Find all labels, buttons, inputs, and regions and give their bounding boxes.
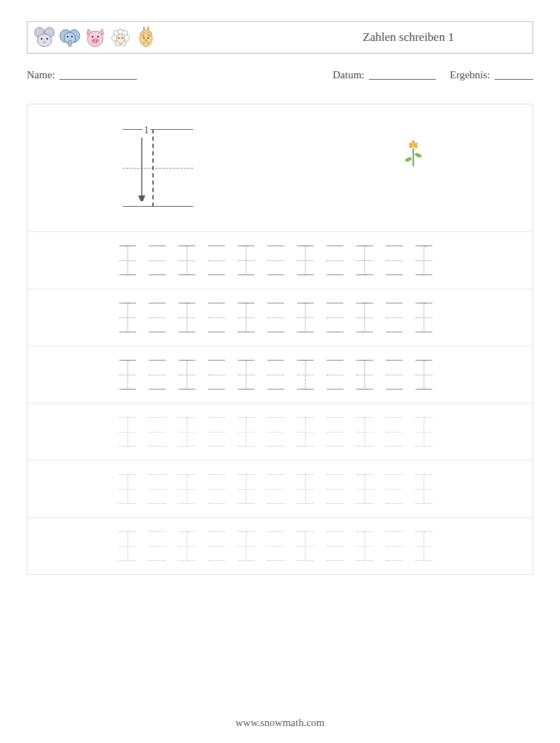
trace-cell[interactable] bbox=[238, 474, 255, 504]
trace-cell[interactable] bbox=[178, 303, 195, 332]
header-bar: Zahlen schreiben 1 bbox=[27, 21, 533, 54]
blank-cell[interactable] bbox=[267, 474, 284, 504]
svg-marker-45 bbox=[138, 195, 145, 201]
blank-cell[interactable] bbox=[386, 246, 403, 275]
svg-point-18 bbox=[92, 36, 93, 37]
trace-cell[interactable] bbox=[356, 474, 373, 504]
blank-cell[interactable] bbox=[327, 303, 343, 332]
sheep-icon bbox=[109, 26, 132, 49]
trace-cell[interactable] bbox=[356, 246, 373, 275]
trace-cell[interactable] bbox=[297, 531, 314, 561]
blank-cell[interactable] bbox=[386, 531, 403, 561]
trace-cell[interactable] bbox=[178, 360, 195, 389]
svg-point-42 bbox=[143, 37, 145, 39]
trace-cell[interactable] bbox=[238, 360, 255, 389]
trace-cell[interactable] bbox=[356, 303, 373, 332]
blank-cell[interactable] bbox=[208, 246, 225, 275]
trace-cell[interactable] bbox=[297, 360, 314, 389]
blank-cell[interactable] bbox=[386, 303, 403, 332]
blank-cell[interactable] bbox=[149, 474, 166, 504]
demo-row: 1 bbox=[28, 104, 532, 232]
trace-cell[interactable] bbox=[356, 360, 373, 389]
svg-point-53 bbox=[415, 145, 418, 148]
blank-cell[interactable] bbox=[327, 474, 343, 504]
blank-cell[interactable] bbox=[149, 417, 166, 447]
svg-point-19 bbox=[97, 36, 99, 37]
trace-cell[interactable] bbox=[238, 303, 255, 332]
svg-point-52 bbox=[409, 145, 412, 148]
trace-cell[interactable] bbox=[356, 531, 373, 561]
trace-cell[interactable] bbox=[415, 303, 432, 332]
count-illustration bbox=[401, 140, 425, 171]
trace-cell[interactable] bbox=[415, 531, 432, 561]
svg-point-33 bbox=[147, 27, 150, 29]
trace-cell[interactable] bbox=[178, 246, 195, 275]
blank-cell[interactable] bbox=[267, 246, 284, 275]
trace-cell[interactable] bbox=[238, 417, 255, 447]
blank-cell[interactable] bbox=[386, 474, 403, 504]
blank-cell[interactable] bbox=[149, 303, 166, 332]
svg-point-35 bbox=[140, 32, 145, 35]
practice-row bbox=[28, 404, 532, 461]
svg-point-32 bbox=[143, 27, 145, 29]
blank-cell[interactable] bbox=[386, 417, 403, 447]
svg-point-38 bbox=[148, 35, 150, 37]
trace-cell[interactable] bbox=[415, 246, 432, 275]
blank-cell[interactable] bbox=[149, 360, 166, 389]
result-field[interactable] bbox=[494, 69, 533, 80]
trace-cell[interactable] bbox=[178, 474, 195, 504]
svg-point-48 bbox=[414, 152, 422, 159]
blank-cell[interactable] bbox=[327, 417, 343, 447]
svg-point-39 bbox=[145, 39, 147, 42]
trace-cell[interactable] bbox=[297, 474, 314, 504]
trace-cell[interactable] bbox=[238, 531, 255, 561]
footer-url: www.snowmath.com bbox=[0, 717, 560, 729]
blank-cell[interactable] bbox=[208, 303, 225, 332]
svg-point-50 bbox=[409, 143, 412, 145]
trace-cell[interactable] bbox=[297, 303, 314, 332]
date-label: Datum: bbox=[333, 69, 365, 81]
trace-cell[interactable] bbox=[119, 360, 136, 389]
trace-cell[interactable] bbox=[415, 360, 432, 389]
trace-cell[interactable] bbox=[178, 531, 195, 561]
trace-cell[interactable] bbox=[119, 474, 136, 504]
svg-point-40 bbox=[143, 42, 145, 44]
blank-cell[interactable] bbox=[267, 360, 284, 389]
svg-point-37 bbox=[142, 35, 145, 37]
date-field[interactable] bbox=[369, 69, 436, 80]
trace-cell[interactable] bbox=[119, 303, 136, 332]
blank-cell[interactable] bbox=[267, 417, 284, 447]
blank-cell[interactable] bbox=[208, 474, 225, 504]
trace-cell[interactable] bbox=[238, 246, 255, 275]
blank-cell[interactable] bbox=[208, 417, 225, 447]
svg-point-17 bbox=[96, 40, 97, 42]
trace-cell[interactable] bbox=[119, 531, 136, 561]
trace-cell[interactable] bbox=[119, 417, 136, 447]
name-field[interactable] bbox=[59, 69, 137, 80]
blank-cell[interactable] bbox=[267, 531, 284, 561]
blank-cell[interactable] bbox=[327, 531, 343, 561]
svg-point-10 bbox=[67, 36, 68, 37]
blank-cell[interactable] bbox=[208, 531, 225, 561]
trace-cell[interactable] bbox=[119, 246, 136, 275]
svg-point-41 bbox=[147, 42, 150, 44]
blank-cell[interactable] bbox=[149, 246, 166, 275]
trace-cell[interactable] bbox=[415, 474, 432, 504]
trace-cell[interactable] bbox=[356, 417, 373, 447]
practice-row bbox=[28, 289, 532, 346]
blank-cell[interactable] bbox=[386, 360, 403, 389]
blank-cell[interactable] bbox=[149, 531, 166, 561]
blank-cell[interactable] bbox=[327, 360, 343, 389]
svg-point-51 bbox=[415, 143, 418, 145]
svg-point-36 bbox=[147, 32, 152, 35]
giraffe-icon bbox=[135, 26, 157, 49]
svg-point-3 bbox=[41, 38, 43, 40]
blank-cell[interactable] bbox=[208, 360, 225, 389]
svg-point-4 bbox=[47, 38, 49, 40]
blank-cell[interactable] bbox=[267, 303, 284, 332]
trace-cell[interactable] bbox=[297, 246, 314, 275]
trace-cell[interactable] bbox=[178, 417, 195, 447]
blank-cell[interactable] bbox=[327, 246, 343, 275]
trace-cell[interactable] bbox=[415, 417, 432, 447]
trace-cell[interactable] bbox=[297, 417, 314, 447]
